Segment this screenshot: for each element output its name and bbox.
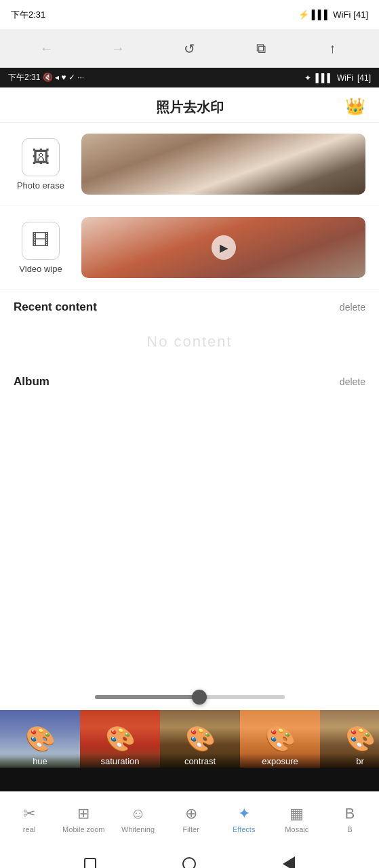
status-bar: 下午2:31 ⚡ ▌▌▌ WiFi [41] xyxy=(0,0,379,30)
filter-item-hue[interactable]: 🎨 hue xyxy=(0,710,80,791)
filter-item-exposure[interactable]: 🎨 exposure xyxy=(240,710,320,791)
signal-icon: ▌▌▌ xyxy=(312,9,331,20)
video-preview-image: ▶ xyxy=(81,217,365,278)
album-section-header: Album delete xyxy=(0,364,379,394)
filter-icon: ⊕ xyxy=(185,805,197,823)
recent-delete-button[interactable]: delete xyxy=(340,302,365,313)
filter-item-saturation[interactable]: 🎨 saturation xyxy=(80,710,160,791)
whitening-label: Whitening xyxy=(121,825,155,833)
inner-wifi-icon: WiFi xyxy=(337,73,353,83)
app-header: 照片去水印 👑 xyxy=(0,87,379,123)
photo-erase-icon-block: 🖼 Photo erase xyxy=(14,138,68,191)
status-time: 下午2:31 xyxy=(11,9,45,21)
photo-preview-image xyxy=(81,134,365,195)
filter-label-exposure: exposure xyxy=(240,753,320,768)
system-nav xyxy=(0,846,379,868)
crown-icon[interactable]: 👑 xyxy=(345,97,365,116)
back-circle-icon xyxy=(182,857,196,868)
filter-label-hue: hue xyxy=(0,753,80,768)
watermark-area: No content xyxy=(0,319,379,364)
b-label: B xyxy=(347,825,352,833)
effects-icon: ✦ xyxy=(238,805,250,823)
slider-track[interactable] xyxy=(95,695,285,699)
video-wipe-icon-block: 🎞 Video wipe xyxy=(14,222,68,274)
tabs-button[interactable]: ⧉ xyxy=(249,37,273,61)
recent-title: Recent content xyxy=(14,300,97,314)
real-icon: ✂ xyxy=(23,805,35,823)
system-recents-button[interactable] xyxy=(278,853,300,868)
battery-icon: [41] xyxy=(353,9,368,20)
inner-status-bar: 下午2:31 🔇 ◂ ♥ ✓ ··· ✦ ▌▌▌ WiFi [41] xyxy=(0,68,379,87)
app-title: 照片去水印 xyxy=(0,98,379,117)
share-button[interactable]: ↑ xyxy=(320,37,344,61)
b-icon: B xyxy=(345,805,355,823)
home-square-icon xyxy=(84,858,96,868)
recents-triangle-icon xyxy=(283,856,295,868)
main-content: 🖼 Photo erase 🎞 Video wipe ▶ Recent cont… xyxy=(0,123,379,684)
album-title: Album xyxy=(14,375,49,389)
slider-thumb[interactable] xyxy=(192,690,207,705)
mobile-zoom-label: Mobile zoom xyxy=(62,825,104,833)
forward-button[interactable]: → xyxy=(106,37,130,61)
filter-label-saturation: saturation xyxy=(80,753,160,768)
wifi-icon: WiFi xyxy=(333,9,351,20)
back-button[interactable]: ← xyxy=(35,37,59,61)
system-back-button[interactable] xyxy=(178,853,200,868)
filter-item-contrast[interactable]: 🎨 contrast xyxy=(160,710,240,791)
album-delete-button[interactable]: delete xyxy=(340,376,365,387)
photo-erase-row[interactable]: 🖼 Photo erase xyxy=(0,123,379,206)
tab-whitening[interactable]: ☺ Whitening xyxy=(115,800,162,839)
mobile-zoom-icon: ⊞ xyxy=(77,805,89,823)
inner-time: 下午2:31 🔇 ◂ ♥ ✓ ··· xyxy=(8,72,84,83)
filter-item-br[interactable]: 🎨 br xyxy=(320,710,379,791)
bluetooth-icon: ⚡ xyxy=(298,9,309,20)
video-wipe-row[interactable]: 🎞 Video wipe ▶ xyxy=(0,206,379,290)
photo-erase-icon: 🖼 xyxy=(22,138,60,176)
album-empty-area xyxy=(0,394,379,475)
real-label: real xyxy=(23,825,35,833)
inner-mute-icon: 🔇 ◂ ♥ ✓ ··· xyxy=(43,73,84,82)
play-button-icon: ▶ xyxy=(212,235,236,260)
whitening-icon: ☺ xyxy=(130,805,145,823)
tab-real[interactable]: ✂ real xyxy=(5,800,53,839)
filter-label-contrast: contrast xyxy=(160,753,240,768)
video-wipe-preview: ▶ xyxy=(81,217,365,278)
photo-erase-preview xyxy=(81,134,365,195)
tab-filter[interactable]: ⊕ Filter xyxy=(167,800,215,839)
filter-label: Filter xyxy=(182,825,199,833)
inner-signal-icon: ▌▌▌ xyxy=(315,73,333,83)
tab-mobile-zoom[interactable]: ⊞ Mobile zoom xyxy=(58,800,108,839)
photo-erase-label: Photo erase xyxy=(17,180,64,191)
filter-strip: 🎨 hue 🎨 saturation 🎨 contrast 🎨 exposure… xyxy=(0,710,379,791)
system-home-button[interactable] xyxy=(79,853,101,868)
recent-section-header: Recent content delete xyxy=(0,290,379,319)
no-content-text: No content xyxy=(146,333,232,351)
video-wipe-icon: 🎞 xyxy=(22,222,60,260)
mosaic-icon: ▦ xyxy=(290,805,304,823)
filter-label-br: br xyxy=(320,753,379,768)
tab-b[interactable]: B B xyxy=(326,800,374,839)
tab-effects[interactable]: ✦ Effects xyxy=(220,800,268,839)
tab-mosaic[interactable]: ▦ Mosaic xyxy=(273,800,321,839)
status-icons: ⚡ ▌▌▌ WiFi [41] xyxy=(298,9,368,20)
inner-status-right: ✦ ▌▌▌ WiFi [41] xyxy=(304,73,371,83)
reload-button[interactable]: ↺ xyxy=(177,37,201,61)
inner-bluetooth-icon: ✦ xyxy=(304,73,311,83)
video-wipe-label: Video wipe xyxy=(19,264,62,274)
slider-container xyxy=(0,684,379,710)
effects-label: Effects xyxy=(233,825,255,833)
inner-battery-icon: [41] xyxy=(357,73,371,83)
browser-nav: ← → ↺ ⧉ ↑ xyxy=(0,30,379,68)
mosaic-label: Mosaic xyxy=(285,825,308,833)
slider-fill xyxy=(95,695,199,699)
bottom-nav: ✂ real ⊞ Mobile zoom ☺ Whitening ⊕ Filte… xyxy=(0,791,379,846)
